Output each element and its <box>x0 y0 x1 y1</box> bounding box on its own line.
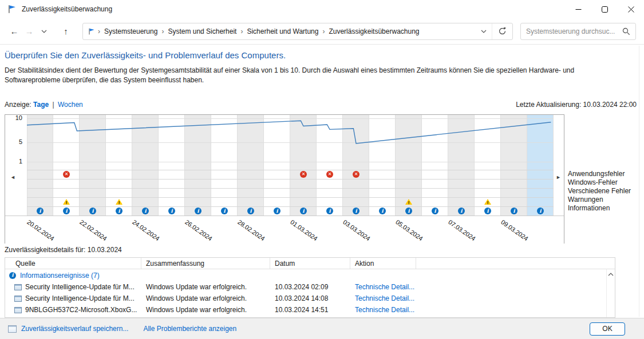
info-icon[interactable]: i <box>511 208 517 214</box>
info-icon[interactable]: i <box>300 208 307 214</box>
info-icon[interactable]: i <box>537 208 544 214</box>
info-icon[interactable]: i <box>484 208 491 214</box>
details-scrollbar[interactable] <box>606 269 615 317</box>
error-icon[interactable]: ✕ <box>300 171 307 178</box>
info-icon[interactable]: i <box>142 208 149 214</box>
forward-button[interactable]: → <box>22 23 37 39</box>
warning-icon[interactable]: ! <box>116 198 123 205</box>
error-icon[interactable]: ✕ <box>63 171 70 178</box>
x-axis-date-label: 07.03.2024 <box>447 218 477 242</box>
info-icon[interactable]: i <box>274 208 280 214</box>
close-button[interactable] <box>618 0 644 18</box>
info-icon[interactable]: i <box>432 208 438 214</box>
info-icon[interactable]: i <box>326 208 333 214</box>
date-cell: 10.03.2024 14:51 <box>270 306 350 314</box>
view-days-link[interactable]: Tage <box>33 101 49 109</box>
window-controls <box>565 0 644 18</box>
info-icon[interactable]: i <box>405 208 412 214</box>
chart-scroll-left-arrow[interactable]: ◄ <box>10 174 15 180</box>
info-icon[interactable]: i <box>168 208 175 214</box>
breadcrumb-item-sicherheit-und-wartung[interactable]: Sicherheit und Wartung <box>245 27 320 35</box>
info-icon[interactable]: i <box>63 208 70 214</box>
address-dropdown-icon[interactable] <box>476 30 492 33</box>
refresh-button[interactable] <box>492 23 512 39</box>
detail-row[interactable]: 9NBLGGH537C2-Microsoft.XboxG...Windows U… <box>5 304 615 316</box>
x-axis-date-label: 05.03.2024 <box>394 218 424 242</box>
back-button[interactable]: ← <box>7 23 22 39</box>
search-box[interactable] <box>520 23 636 40</box>
group-row-informationsereignisse[interactable]: i Informationsereignisse (7) <box>5 269 615 281</box>
content-scrollbar[interactable] <box>639 46 639 317</box>
x-axis-date-label: 01.03.2024 <box>289 218 319 242</box>
view-label: Anzeige: <box>5 101 31 109</box>
application-icon <box>14 284 22 290</box>
address-bar[interactable]: › Systemsteuerung › System und Sicherhei… <box>82 23 513 40</box>
event-row-4 <box>27 206 554 216</box>
error-icon[interactable]: ✕ <box>326 171 333 178</box>
view-weeks-link[interactable]: Wochen <box>58 101 83 109</box>
event-row-2 <box>27 188 554 197</box>
technical-details-link[interactable]: Technische Detail... <box>350 283 416 291</box>
navigation-bar: ← → ↑ › Systemsteuerung › System und Sic… <box>0 18 644 45</box>
x-axis-date-label: 26.02.2024 <box>184 218 214 242</box>
reliability-monitor-window: { "window": { "title": "Zuverlässigkeits… <box>0 0 644 339</box>
technical-details-link[interactable]: Technische Detail... <box>350 306 416 314</box>
column-header-datum[interactable]: Datum <box>270 258 350 269</box>
search-icon[interactable] <box>622 27 630 35</box>
column-header-aktion[interactable]: Aktion <box>350 258 416 269</box>
info-icon[interactable]: i <box>458 208 465 214</box>
maximize-button[interactable] <box>591 0 618 18</box>
x-axis-date-label: 28.02.2024 <box>236 218 266 242</box>
chart-scroll-right-arrow[interactable]: ► <box>556 174 561 180</box>
ok-button[interactable]: OK <box>590 322 625 336</box>
details-title: Zuverlässigkeitsdetails für: 10.03.2024 <box>5 246 122 254</box>
reliability-flag-icon <box>7 4 17 14</box>
breadcrumb-item-zuverlaessigkeitsueberwachung[interactable]: Zuverlässigkeitsüberwachung <box>327 27 421 35</box>
breadcrumb-item-system-und-sicherheit[interactable]: System und Sicherheit <box>166 27 238 35</box>
legend-label: Windows-Fehler <box>568 178 631 187</box>
legend-label: Informationen <box>568 204 631 213</box>
info-icon[interactable]: i <box>89 208 96 214</box>
view-switcher: Anzeige: Tage | Wochen <box>5 101 83 109</box>
search-input[interactable] <box>526 27 622 35</box>
breadcrumb-item-systemsteuerung[interactable]: Systemsteuerung <box>102 27 159 35</box>
scroll-up-icon[interactable] <box>608 273 614 276</box>
source-cell: Security Intelligence-Update für M... <box>25 294 135 302</box>
technical-details-link[interactable]: Technische Detail... <box>350 294 416 302</box>
stability-index-line <box>27 115 554 170</box>
page-title: Überprüfen Sie den Zuverlässigkeits- und… <box>5 50 286 60</box>
summary-cell: Windows Update war erfolgreich. <box>141 306 270 314</box>
chart-legend: AnwendungsfehlerWindows-FehlerVerschiede… <box>568 170 631 213</box>
warning-icon[interactable]: ! <box>405 198 412 205</box>
error-icon[interactable]: ✕ <box>353 171 359 178</box>
breadcrumb-separator-icon: › <box>238 27 245 35</box>
detail-row[interactable]: Security Intelligence-Update für M...Win… <box>5 281 615 293</box>
source-cell: 9NBLGGH537C2-Microsoft.XboxG... <box>25 306 137 314</box>
up-button[interactable]: ↑ <box>58 23 73 39</box>
history-dropdown-icon[interactable] <box>37 23 52 39</box>
show-all-reports-link[interactable]: Alle Problemberichte anzeigen <box>143 325 236 333</box>
group-label: Informationsereignisse (7) <box>20 272 100 280</box>
minimize-button[interactable] <box>565 0 591 18</box>
x-axis-date-label: 20.02.2024 <box>26 218 56 242</box>
column-header-zusammenfassung[interactable]: Zusammenfassung <box>141 258 270 269</box>
detail-row[interactable]: Security Intelligence-Update für M...Win… <box>5 293 615 304</box>
main-content: Überprüfen Sie den Zuverlässigkeits- und… <box>0 45 644 318</box>
info-icon[interactable]: i <box>221 208 228 214</box>
info-icon[interactable]: i <box>195 208 202 214</box>
info-icon[interactable]: i <box>37 208 44 214</box>
info-icon[interactable]: i <box>116 208 123 214</box>
legend-label: Verschiedene Fehler <box>568 187 631 196</box>
info-icon[interactable]: i <box>247 208 254 214</box>
info-icon[interactable]: i <box>379 208 386 214</box>
warning-icon[interactable]: ! <box>63 198 70 205</box>
date-cell: 10.03.2024 14:08 <box>270 294 350 302</box>
event-row-1 <box>27 179 554 188</box>
warning-icon[interactable]: ! <box>484 198 491 205</box>
date-cell: 10.03.2024 02:09 <box>270 283 350 291</box>
save-history-link[interactable]: Zuverlässigkeitsverlauf speichern... <box>21 325 128 333</box>
column-header-quelle[interactable]: Quelle <box>5 258 141 269</box>
info-icon[interactable]: i <box>353 208 359 214</box>
summary-cell: Windows Update war erfolgreich. <box>141 294 270 302</box>
y-axis-tick: 10 <box>5 114 22 121</box>
